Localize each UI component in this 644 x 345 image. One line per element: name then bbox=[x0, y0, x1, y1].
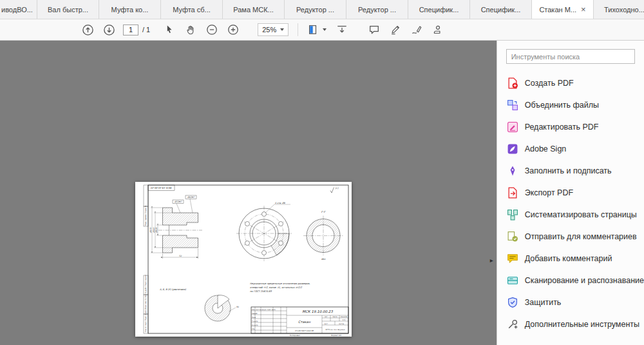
svg-text:Масштаб: Масштаб bbox=[341, 316, 348, 318]
svg-text:Ø72H7: Ø72H7 bbox=[175, 201, 182, 203]
zoom-in-button[interactable] bbox=[227, 23, 240, 36]
export-pdf-icon bbox=[507, 187, 518, 199]
svg-text:Изм. Лист № докум. Подп. Да: Изм. Лист № докум. Подп. Дата bbox=[252, 309, 276, 311]
main-toolbar: / 1 25% bbox=[0, 19, 644, 41]
tab-label: Вал быстр... bbox=[48, 6, 88, 14]
tab-label: Тихоходно... bbox=[604, 6, 644, 14]
svg-text:52: 52 bbox=[179, 255, 182, 257]
sidebar-item-edit-pdf[interactable]: Редактировать PDF bbox=[497, 116, 644, 138]
edit-pdf-icon bbox=[507, 121, 518, 133]
corner-stamp-text: МСК 19.10.00.23 bbox=[151, 186, 172, 189]
tab-reduktor-1[interactable]: Редуктор ... bbox=[285, 0, 346, 19]
tab-label: Муфта сб... bbox=[173, 6, 211, 14]
document-canvas[interactable]: Перв. примен. Справ. № Инв. № подл. Подп… bbox=[0, 41, 497, 345]
tab-label: Редуктор ... bbox=[296, 6, 334, 14]
margin-label-bottom: Инв. № подл. Подп. и дата Взам. инв. № И… bbox=[145, 275, 147, 332]
close-icon[interactable]: × bbox=[581, 5, 586, 14]
tab-privod[interactable]: иводВО... bbox=[0, 0, 37, 19]
tool-label: Отправить для комментариев bbox=[525, 232, 637, 241]
footer-format: Формат А3 bbox=[331, 334, 341, 337]
tool-label: Объединить файлы bbox=[525, 101, 599, 110]
svg-text:Неуказанные предельные отклоне: Неуказанные предельные отклонения размер… bbox=[250, 282, 310, 285]
svg-text:Утв.: Утв. bbox=[252, 328, 255, 330]
tab-rama-msk[interactable]: Рама МСК... bbox=[223, 0, 285, 19]
tab-tihohodny[interactable]: Тихоходно... bbox=[594, 0, 644, 19]
svg-text:по ГОСТ 25670-83: по ГОСТ 25670-83 bbox=[250, 290, 272, 293]
tool-label: Добавить комментарий bbox=[525, 254, 612, 263]
tool-label: Adobe Sign bbox=[525, 144, 567, 153]
comment-tool-button[interactable] bbox=[368, 23, 381, 36]
tab-label: Рама МСК... bbox=[233, 6, 274, 14]
title-block: Изм. Лист № докум. Подп. Дата Разраб. Пр… bbox=[251, 307, 348, 333]
svg-text:Пров.: Пров. bbox=[252, 317, 256, 319]
tab-stakan-active[interactable]: Стакан М... × bbox=[532, 0, 594, 19]
zoom-out-button[interactable] bbox=[205, 23, 218, 36]
roughness-icon bbox=[330, 188, 334, 193]
footer-copied: Копировал bbox=[290, 334, 300, 337]
svg-text:Разраб.: Разраб. bbox=[252, 313, 258, 315]
tab-val-bystr[interactable]: Вал быстр... bbox=[37, 0, 99, 19]
sidebar-item-add-comment[interactable]: Добавить комментарий bbox=[497, 248, 644, 270]
organize-pages-icon bbox=[507, 209, 518, 221]
svg-text:Н.контр.: Н.контр. bbox=[252, 324, 259, 326]
page-display-dropdown[interactable] bbox=[307, 23, 327, 36]
tab-reduktor-2[interactable]: Редуктор ... bbox=[346, 0, 408, 19]
front-view: 6 отв. Ø9 bbox=[236, 202, 292, 262]
more-tools-icon bbox=[507, 319, 518, 330]
tools-sidebar: Создать PDF Объединить файлы Редактирова… bbox=[497, 41, 644, 345]
sidebar-item-combine-files[interactable]: Объединить файлы bbox=[497, 94, 644, 116]
svg-text:1:1: 1:1 bbox=[343, 319, 346, 321]
tool-label: Систематизировать страницы bbox=[525, 210, 637, 219]
tool-label: Создать PDF bbox=[525, 79, 574, 88]
engineering-drawing: Перв. примен. Справ. № Инв. № подл. Подп… bbox=[135, 182, 352, 337]
protect-icon bbox=[507, 297, 518, 308]
svg-text:отверстий +t2, валов -t1, оста: отверстий +t2, валов -t1, остальных ±t2/… bbox=[250, 286, 302, 289]
tab-mufta-ko[interactable]: Муфта ко... bbox=[99, 0, 161, 19]
scan-ocr-icon bbox=[507, 275, 518, 286]
section-view: Ø170 Ø140 Ø125 52 Ø72H7 Ø62H7 bbox=[149, 195, 202, 259]
content-area: Перв. примен. Справ. № Инв. № подл. Подп… bbox=[0, 41, 644, 345]
part-name: Стакан bbox=[298, 320, 311, 324]
zoom-level-dropdown[interactable]: 25% bbox=[258, 23, 289, 36]
sidebar-item-protect[interactable]: Защитить bbox=[497, 291, 644, 313]
chevron-down-icon bbox=[323, 28, 327, 31]
tool-label: Заполнить и подписать bbox=[525, 166, 612, 175]
select-tool-button[interactable] bbox=[163, 23, 176, 36]
svg-text:Ø64: Ø64 bbox=[321, 258, 325, 261]
stamp-tool-button[interactable] bbox=[431, 23, 444, 36]
sidebar-item-scan-ocr[interactable]: Сканирование и распознавание bbox=[497, 270, 644, 291]
note-text: Неуказанные предельные отклонения размер… bbox=[250, 282, 310, 293]
toolbar-divider bbox=[298, 23, 298, 36]
create-pdf-icon bbox=[507, 77, 518, 89]
sidebar-item-fill-sign[interactable]: Заполнить и подписать bbox=[497, 160, 644, 182]
next-page-button[interactable] bbox=[102, 23, 115, 36]
tab-label: Муфта ко... bbox=[111, 6, 149, 14]
tab-specifik-2[interactable]: Специфик... bbox=[470, 0, 532, 19]
svg-text:Листов: Листов bbox=[339, 323, 345, 325]
previous-page-button[interactable] bbox=[81, 23, 94, 36]
sidebar-item-export-pdf[interactable]: Экспорт PDF bbox=[497, 182, 644, 204]
svg-text:Ø125: Ø125 bbox=[155, 227, 158, 233]
panel-collapse-button[interactable]: ▸ bbox=[488, 251, 495, 268]
chevron-down-icon bbox=[280, 28, 284, 31]
doc-number: МСК 19.10.00.23 bbox=[302, 310, 333, 313]
tool-label: Дополнительные инструменты bbox=[525, 320, 639, 329]
sidebar-item-create-pdf[interactable]: Создать PDF bbox=[497, 72, 644, 94]
sidebar-item-organize-pages[interactable]: Систематизировать страницы bbox=[497, 204, 644, 226]
fill-sign-tool-button[interactable] bbox=[410, 23, 423, 36]
sidebar-item-more-tools[interactable]: Дополнительные инструменты bbox=[497, 313, 644, 335]
sidebar-item-send-comments[interactable]: Отправить для комментариев bbox=[497, 226, 644, 248]
fit-width-button[interactable] bbox=[336, 23, 348, 36]
tab-label: Стакан М... bbox=[539, 6, 576, 14]
organization: МГТУ им. Н.Э. Баумана bbox=[326, 329, 345, 331]
tab-specifik-1[interactable]: Специфик... bbox=[408, 0, 470, 19]
highlight-tool-button[interactable] bbox=[389, 23, 402, 36]
svg-text:Ø62H7: Ø62H7 bbox=[187, 196, 195, 199]
tools-search-input[interactable] bbox=[506, 49, 635, 64]
sidebar-item-adobe-sign[interactable]: Adobe Sign bbox=[497, 138, 644, 160]
hand-tool-button[interactable] bbox=[184, 23, 197, 36]
page-number-input[interactable] bbox=[123, 25, 138, 35]
tab-mufta-sb[interactable]: Муфта сб... bbox=[161, 0, 223, 19]
tool-label: Экспорт PDF bbox=[525, 188, 573, 197]
tool-label: Сканирование и распознавание bbox=[525, 276, 644, 285]
